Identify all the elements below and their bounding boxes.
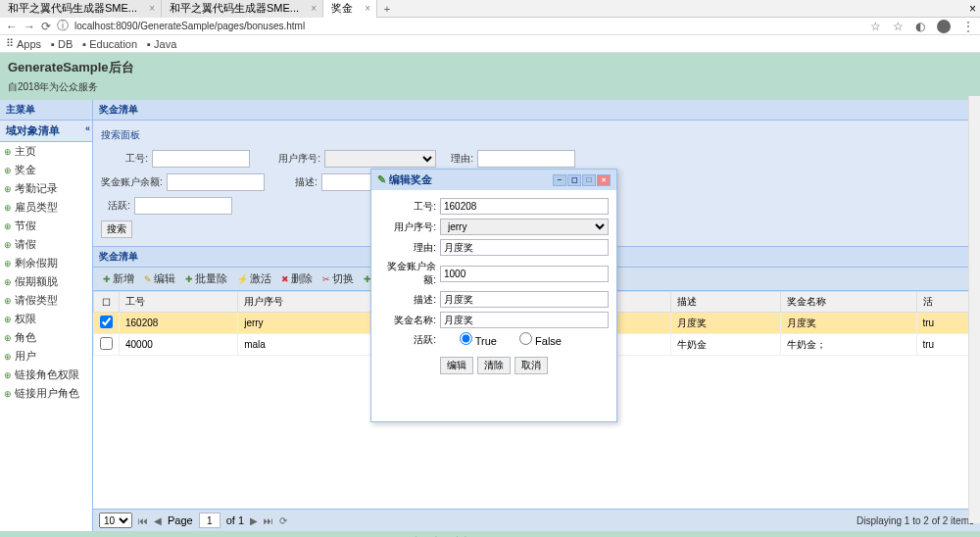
menu-icon[interactable]: ⋮	[962, 20, 974, 33]
scrollbar[interactable]	[968, 96, 980, 523]
toggle-button[interactable]: ✂切换	[318, 270, 358, 287]
dialog-edit-button[interactable]: 编辑	[440, 357, 473, 374]
sidebar-item[interactable]: ⊕链接角色权限	[0, 366, 92, 384]
search-balance-input[interactable]	[167, 173, 265, 191]
url-text[interactable]: localhost:8090/GenerateSample/pages/bonu…	[74, 21, 858, 31]
id-input[interactable]	[440, 198, 609, 215]
sidebar-item[interactable]: ⊕用户	[0, 347, 92, 366]
dialog-header[interactable]: ✎ 编辑奖金 − ◻ □ ×	[371, 170, 616, 190]
close-icon[interactable]: ×	[597, 174, 611, 186]
close-icon[interactable]: ×	[365, 3, 370, 14]
label: 描述:	[288, 175, 318, 189]
row-checkbox[interactable]	[100, 316, 113, 328]
info-icon[interactable]: ⓘ	[57, 18, 69, 34]
search-active-input[interactable]	[134, 197, 232, 215]
forward-icon[interactable]: →	[24, 20, 35, 33]
search-id-input[interactable]	[152, 150, 250, 168]
refresh-icon[interactable]: ⟳	[279, 515, 287, 526]
row-checkbox[interactable]	[100, 337, 113, 350]
next-page-icon[interactable]: ▶	[250, 515, 258, 526]
cell: 月度奖	[781, 313, 916, 334]
bookmark-folder[interactable]: ▪ Education	[82, 38, 137, 50]
balance-input[interactable]	[440, 266, 609, 282]
sidebar-header-domain[interactable]: 域对象清单«	[0, 121, 92, 142]
profile-icon[interactable]	[937, 20, 951, 33]
sidebar-item-label: 主页	[15, 144, 36, 159]
column-header[interactable]: 奖金名称	[781, 292, 916, 313]
apps-icon[interactable]: ⠿ Apps	[6, 37, 41, 50]
label: 奖金账户余额:	[379, 260, 436, 287]
sidebar-item[interactable]: ⊕假期额脱	[0, 272, 92, 291]
radio-true[interactable]: True	[440, 332, 497, 347]
plus-icon: ⊕	[4, 240, 12, 250]
activate-button[interactable]: ⚡激活	[233, 270, 275, 287]
sidebar-item-label: 雇员类型	[15, 200, 58, 215]
search-panel-title: 搜索面板	[101, 128, 972, 142]
reload-icon[interactable]: ⟳	[41, 20, 51, 33]
translate-icon[interactable]: ☆	[870, 20, 881, 33]
sidebar-item[interactable]: ⊕请假类型	[0, 291, 92, 310]
delete-button[interactable]: ✖删除	[277, 270, 317, 287]
page-size-select[interactable]: 10	[99, 513, 132, 528]
sidebar-item-label: 角色	[15, 330, 36, 345]
column-header[interactable]: 工号	[120, 292, 238, 313]
tab-title: 奖金	[331, 1, 353, 16]
star-icon[interactable]: ☆	[893, 20, 904, 33]
browser-tab[interactable]: 奖金×	[323, 0, 377, 18]
sidebar-item[interactable]: ⊕节假	[0, 217, 92, 235]
batch-delete-button[interactable]: ✚批量除	[181, 270, 231, 287]
pager: 10 ⏮ ◀ Page of 1 ▶ ⏭ ⟳ Displaying 1 to 2…	[93, 509, 980, 531]
sidebar-item[interactable]: ⊕主页	[0, 142, 92, 161]
sidebar-item[interactable]: ⊕权限	[0, 310, 92, 328]
edit-button[interactable]: ✎编辑	[140, 270, 179, 287]
sidebar-item[interactable]: ⊕链接用户角色	[0, 384, 92, 403]
label: 奖金名称:	[379, 314, 436, 327]
search-reason-input[interactable]	[477, 150, 575, 168]
extension-icon[interactable]: ◐	[915, 20, 925, 33]
cell: mala	[238, 334, 373, 356]
cell: 牛奶金	[670, 334, 780, 356]
new-tab-button[interactable]: +	[377, 3, 397, 15]
browser-tab[interactable]: 和平之翼代码生成器SME...×	[162, 0, 323, 18]
prev-page-icon[interactable]: ◀	[154, 515, 162, 526]
browser-tab[interactable]: 和平之翼代码生成器SME...×	[0, 0, 162, 18]
sidebar-item[interactable]: ⊕请假	[0, 235, 92, 254]
search-button[interactable]: 搜索	[101, 220, 132, 238]
column-header[interactable]: 用户序号	[238, 292, 373, 313]
search-user-select[interactable]	[324, 150, 436, 168]
dialog-clear-button[interactable]: 清除	[477, 357, 511, 374]
sidebar: 主菜单 域对象清单« ⊕主页⊕奖金⊕考勤记录⊕雇员类型⊕节假⊕请假⊕剩余假期⊕假…	[0, 100, 93, 531]
desc-input[interactable]	[440, 291, 609, 308]
sidebar-item-label: 请假类型	[15, 293, 58, 308]
reason-input[interactable]	[440, 239, 609, 256]
first-page-icon[interactable]: ⏮	[138, 515, 148, 526]
checkbox-header[interactable]: ☐	[94, 292, 120, 313]
user-select[interactable]: jerry	[440, 219, 609, 235]
page-input[interactable]	[199, 513, 220, 528]
back-icon[interactable]: ←	[6, 20, 18, 33]
page-of: of 1	[226, 514, 244, 526]
sidebar-item[interactable]: ⊕奖金	[0, 161, 92, 179]
plus-icon: ⊕	[4, 296, 12, 306]
minimize-icon[interactable]: −	[553, 174, 566, 186]
sidebar-item[interactable]: ⊕角色	[0, 328, 92, 347]
dialog-cancel-button[interactable]: 取消	[514, 357, 548, 374]
maximize-icon[interactable]: □	[582, 174, 596, 186]
radio-false[interactable]: False	[505, 332, 562, 347]
bookmark-folder[interactable]: ▪ DB	[51, 38, 73, 50]
window-close-icon[interactable]: ×	[969, 2, 976, 16]
name-input[interactable]	[440, 312, 609, 328]
close-icon[interactable]: ×	[311, 3, 317, 14]
sidebar-item[interactable]: ⊕雇员类型	[0, 198, 92, 217]
bookmark-folder[interactable]: ▪ Java	[147, 38, 176, 50]
collapse-icon[interactable]: «	[85, 123, 90, 133]
restore-icon[interactable]: ◻	[567, 174, 581, 186]
add-button[interactable]: ✚新增	[99, 270, 138, 287]
plus-icon: ⊕	[4, 315, 12, 324]
sidebar-item[interactable]: ⊕剩余假期	[0, 254, 92, 272]
column-header[interactable]: 描述	[670, 292, 780, 313]
app-subtitle: 自2018年为公众服务	[8, 80, 972, 94]
sidebar-item[interactable]: ⊕考勤记录	[0, 179, 92, 198]
close-icon[interactable]: ×	[149, 3, 155, 14]
last-page-icon[interactable]: ⏭	[264, 515, 273, 526]
